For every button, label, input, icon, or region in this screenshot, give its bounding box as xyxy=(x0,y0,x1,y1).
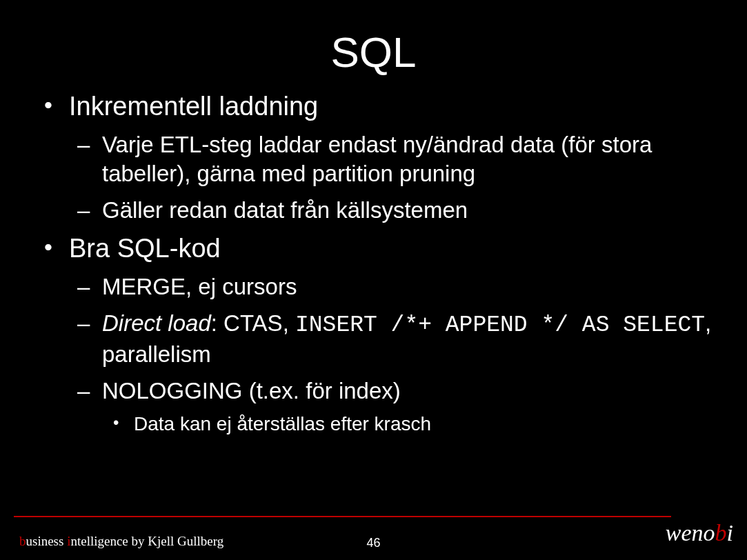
bullet-text: Bra SQL-kod xyxy=(69,234,221,263)
tagline-rest: ntelligence by Kjell Gullberg xyxy=(70,534,223,548)
bullet-text: MERGE, ej cursors xyxy=(102,274,297,299)
bullet-subsublist: Data kan ej återställas efter krasch xyxy=(102,412,713,437)
bullet-list: Inkrementell laddning Varje ETL-steg lad… xyxy=(34,90,713,437)
bullet-l2: Gäller redan datat från källsystemen xyxy=(69,196,713,226)
footer-tagline: business intelligence by Kjell Gullberg xyxy=(19,534,223,549)
bullet-text: NOLOGGING (t.ex. för index) xyxy=(102,378,401,403)
bullet-text: Inkrementell laddning xyxy=(69,92,318,121)
slide: SQL Inkrementell laddning Varje ETL-steg… xyxy=(0,0,747,560)
bullet-l1: Inkrementell laddning Varje ETL-steg lad… xyxy=(34,90,713,226)
footer: business intelligence by Kjell Gullberg … xyxy=(0,512,747,560)
page-number: 46 xyxy=(366,536,380,550)
bullet-sublist: Varje ETL-steg laddar endast ny/ändrad d… xyxy=(69,130,713,226)
logo-i: i xyxy=(727,520,733,546)
direct-load-mid: : CTAS, xyxy=(211,310,295,336)
slide-title: SQL xyxy=(34,28,713,77)
bullet-text: Data kan ej återställas efter krasch xyxy=(134,413,431,434)
direct-load-code: INSERT /*+ APPEND */ AS SELECT xyxy=(295,312,705,338)
direct-load-italic: Direct load xyxy=(102,310,211,336)
logo: wenobi xyxy=(666,520,733,546)
bullet-text: Varje ETL-steg laddar endast ny/ändrad d… xyxy=(102,132,652,187)
tagline-letter-b: b xyxy=(19,534,26,548)
bullet-l2: MERGE, ej cursors xyxy=(69,272,713,302)
bullet-text: Gäller redan datat från källsystemen xyxy=(102,197,468,223)
bullet-l3: Data kan ej återställas efter krasch xyxy=(102,412,713,437)
bullet-sublist: MERGE, ej cursors Direct load: CTAS, INS… xyxy=(69,272,713,437)
tagline-usiness: usiness xyxy=(26,534,68,548)
bullet-l2: Direct load: CTAS, INSERT /*+ APPEND */ … xyxy=(69,309,713,370)
logo-b: b xyxy=(715,520,727,546)
bullet-l2: NOLOGGING (t.ex. för index) Data kan ej … xyxy=(69,377,713,437)
bullet-l2: Varje ETL-steg laddar endast ny/ändrad d… xyxy=(69,130,713,190)
logo-pre: weno xyxy=(666,520,715,546)
bullet-l1: Bra SQL-kod MERGE, ej cursors Direct loa… xyxy=(34,232,713,437)
footer-divider xyxy=(14,516,671,517)
